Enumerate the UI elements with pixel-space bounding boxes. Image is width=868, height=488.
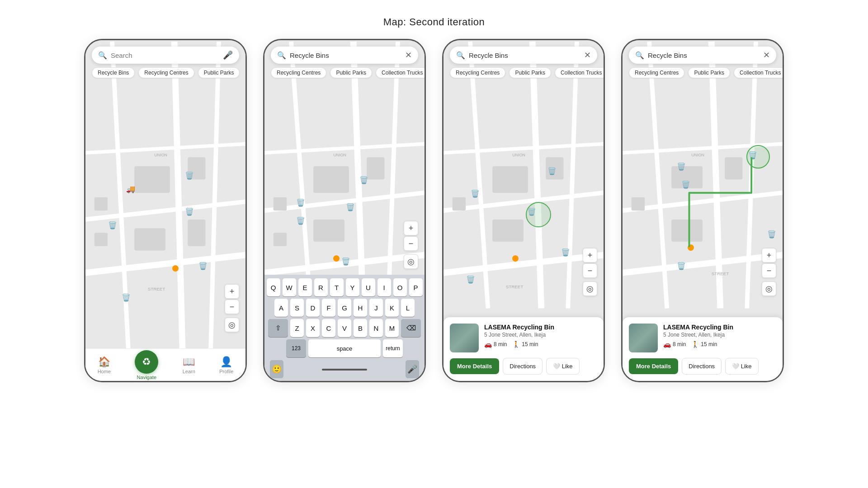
home-icon-1: 🏠 bbox=[98, 356, 110, 368]
like-btn-4[interactable]: 🤍 Like bbox=[725, 358, 758, 375]
drive-time-3: 8 min bbox=[494, 341, 507, 347]
svg-rect-10 bbox=[188, 220, 205, 246]
close-icon-3[interactable]: ✕ bbox=[584, 50, 591, 60]
navigate-center-btn[interactable]: ♻ bbox=[135, 350, 158, 374]
search-icon-3: 🔍 bbox=[456, 51, 465, 60]
chip-public-parks-4[interactable]: Public Parks bbox=[688, 67, 730, 78]
directions-btn-3[interactable]: Directions bbox=[503, 358, 542, 375]
facility-address-4: 5 Jone Street, Allen, Ikeja bbox=[663, 332, 776, 338]
svg-text:STREET: STREET bbox=[712, 271, 729, 276]
drive-icon-4: 🚗 bbox=[663, 341, 671, 348]
phone-1: STREET UNION 🗑️ 🚚 🗑️ 🗑️ 🗑️ 🗑️ 🗑️ 🔍 🎤 Rec… bbox=[84, 39, 247, 382]
walk-time-3: 15 min bbox=[522, 341, 538, 347]
walk-time-4: 15 min bbox=[701, 341, 717, 347]
info-card-3: LASEMA Recycling Bin 5 Jone Street, Alle… bbox=[443, 317, 604, 381]
bin-marker-3-2: 🗑️ bbox=[471, 189, 480, 198]
chip-collection-trucks-2[interactable]: Collection Trucks bbox=[376, 67, 425, 78]
svg-rect-37 bbox=[492, 220, 524, 242]
info-card-4: LASEMA Recycling Bin 5 Jone Street, Alle… bbox=[623, 317, 783, 381]
search-input-3[interactable] bbox=[469, 52, 580, 59]
svg-rect-9 bbox=[134, 228, 165, 250]
bin-marker-selected-4[interactable]: 🗑️ bbox=[748, 151, 757, 160]
mic-icon-1[interactable]: 🎤 bbox=[223, 50, 233, 60]
bin-marker-4-1: 🗑️ bbox=[677, 162, 686, 171]
more-details-btn-3[interactable]: More Details bbox=[450, 358, 499, 374]
phone-4: UNION STREET 🗑️ 🗑️ 🗑️ 🗑️ 🗑️ 🔍 ✕ Recyclin… bbox=[621, 39, 784, 382]
user-location-4 bbox=[688, 244, 694, 251]
bin-marker-4-2: 🗑️ bbox=[681, 180, 690, 189]
search-icon-4: 🔍 bbox=[635, 51, 644, 60]
page-title: Map: Second iteration bbox=[383, 16, 485, 28]
bin-marker-2-4: 🗑️ bbox=[346, 203, 355, 211]
search-input-2[interactable] bbox=[290, 52, 401, 59]
bin-marker-2-2: 🗑️ bbox=[296, 198, 305, 207]
chip-collection-trucks-4[interactable]: Collection Trucks bbox=[734, 67, 783, 78]
walk-icon-3: 🚶 bbox=[512, 341, 520, 348]
svg-text:UNION: UNION bbox=[154, 153, 167, 157]
svg-rect-7 bbox=[134, 166, 170, 193]
svg-rect-11 bbox=[94, 197, 108, 211]
close-icon-4[interactable]: ✕ bbox=[763, 50, 770, 60]
search-icon-1: 🔍 bbox=[98, 51, 107, 60]
nav-learn-1[interactable]: 📖 Learn bbox=[183, 356, 195, 374]
search-bar-2[interactable]: 🔍 ✕ bbox=[271, 47, 418, 64]
chip-recycling-centres-1[interactable]: Recycling Centres bbox=[138, 67, 194, 78]
map-roads-1: STREET UNION bbox=[85, 40, 245, 381]
facility-image-4 bbox=[629, 324, 658, 352]
svg-rect-35 bbox=[492, 166, 528, 193]
bin-marker-5: 🗑️ bbox=[198, 262, 208, 270]
truck-marker-1: 🚚 bbox=[126, 185, 135, 193]
search-input-1[interactable] bbox=[111, 52, 219, 59]
svg-text:UNION: UNION bbox=[333, 153, 346, 157]
user-location-1 bbox=[172, 265, 179, 272]
nav-profile-1[interactable]: 👤 Profile bbox=[219, 356, 233, 374]
svg-rect-49 bbox=[725, 157, 742, 179]
svg-text:UNION: UNION bbox=[691, 153, 704, 157]
svg-text:UNION: UNION bbox=[512, 153, 525, 157]
svg-rect-51 bbox=[632, 197, 645, 211]
svg-rect-38 bbox=[453, 197, 466, 211]
chip-recycle-bins-1[interactable]: Recycle Bins bbox=[92, 67, 135, 78]
directions-btn-4[interactable]: Directions bbox=[682, 358, 722, 375]
svg-rect-23 bbox=[367, 157, 384, 179]
phone-3: UNION STREET 🗑️ 🗑️ 🗑️ 🗑️ 🗑️ 🔍 ✕ Recyclin… bbox=[442, 39, 605, 382]
nav-home-1[interactable]: 🏠 Home bbox=[98, 356, 111, 374]
chip-recycling-centres-2[interactable]: Recycling Centres bbox=[271, 67, 326, 78]
bin-marker-3-1: 🗑️ bbox=[547, 167, 557, 175]
bin-marker-1: 🗑️ bbox=[185, 171, 194, 180]
search-bar-3[interactable]: 🔍 ✕ bbox=[450, 47, 597, 64]
chip-public-parks-3[interactable]: Public Parks bbox=[509, 67, 551, 78]
facility-address-3: 5 Jone Street, Allen, Ikeja bbox=[484, 332, 597, 338]
search-bar-1[interactable]: 🔍 🎤 bbox=[92, 47, 239, 64]
drive-icon-3: 🚗 bbox=[484, 341, 492, 348]
chip-recycling-centres-4[interactable]: Recycling Centres bbox=[629, 67, 684, 78]
walk-icon-4: 🚶 bbox=[691, 341, 699, 348]
facility-image-3 bbox=[450, 324, 479, 352]
search-bar-4[interactable]: 🔍 ✕ bbox=[629, 47, 776, 64]
chip-recycling-centres-3[interactable]: Recycling Centres bbox=[450, 67, 505, 78]
svg-rect-24 bbox=[313, 220, 344, 242]
bin-marker-selected-3[interactable]: 🗑️ bbox=[527, 207, 536, 216]
navigate-icon-1: ♻ bbox=[142, 356, 151, 368]
bin-marker-2-3: 🗑️ bbox=[296, 216, 305, 225]
bottom-nav-1: 🏠 Home ♻ Navigate 📖 Learn 👤 Profile bbox=[85, 348, 245, 381]
chip-public-parks-1[interactable]: Public Parks bbox=[198, 67, 240, 78]
search-input-4[interactable] bbox=[648, 52, 760, 59]
drive-time-4: 8 min bbox=[673, 341, 686, 347]
svg-rect-26 bbox=[274, 233, 287, 246]
bin-marker-4: 🗑️ bbox=[108, 221, 117, 230]
like-btn-3[interactable]: 🤍 Like bbox=[546, 358, 579, 375]
more-details-btn-4[interactable]: More Details bbox=[629, 358, 678, 374]
close-icon-2[interactable]: ✕ bbox=[405, 50, 412, 60]
phones-row: STREET UNION 🗑️ 🚚 🗑️ 🗑️ 🗑️ 🗑️ 🗑️ 🔍 🎤 Rec… bbox=[84, 39, 784, 382]
learn-icon-1: 📖 bbox=[183, 356, 195, 368]
chip-collection-trucks-3[interactable]: Collection Trucks bbox=[555, 67, 604, 78]
chip-public-parks-2[interactable]: Public Parks bbox=[330, 67, 372, 78]
bin-marker-2-1: 🗑️ bbox=[359, 176, 368, 184]
facility-name-3: LASEMA Recycling Bin bbox=[484, 324, 597, 331]
bin-marker-3-5: 🗑️ bbox=[466, 275, 475, 284]
user-location-3 bbox=[512, 255, 519, 262]
nav-navigate-1[interactable]: ♻ Navigate bbox=[135, 350, 158, 380]
user-location-2 bbox=[333, 255, 340, 262]
bin-marker-2-5: 🗑️ bbox=[341, 257, 350, 266]
